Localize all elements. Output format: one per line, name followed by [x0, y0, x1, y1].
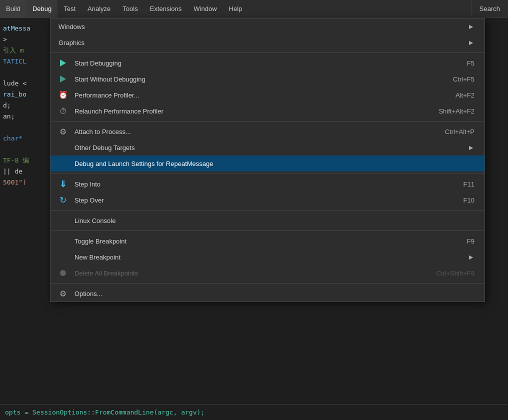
code-line-1: atMessa [3, 23, 47, 34]
menu-item-start-debugging[interactable]: Start Debugging F5 [50, 55, 484, 71]
menu-item-performance-profiler[interactable]: ⏰ Performance Profiler... Alt+F2 [50, 87, 484, 103]
code-line-7: rai_bo [3, 89, 47, 100]
code-line-10 [3, 122, 47, 133]
step-over-icon: ↻ [58, 194, 68, 206]
separator-1 [50, 52, 484, 53]
menu-tools[interactable]: Tools [116, 0, 144, 18]
menu-item-new-breakpoint[interactable]: New Breakpoint ► [50, 249, 484, 265]
play-outline-icon [58, 74, 68, 84]
arrow-icon-windows: ► [468, 22, 474, 30]
menu-build[interactable]: Build [0, 0, 26, 18]
profiler-icon: ⏰ [58, 90, 68, 100]
code-line-8: d; [3, 100, 47, 111]
gear-icon-options: ⚙ [58, 288, 68, 299]
code-line-2: > [3, 34, 47, 45]
debug-dropdown-menu: Windows ► Graphics ► Start Debugging F5 … [50, 18, 485, 302]
code-content-left: atMessa > 引入 m TATICL lude < rai_bo d; a… [0, 18, 50, 420]
menu-extensions[interactable]: Extensions [144, 0, 188, 18]
code-line-5 [3, 67, 47, 78]
menu-item-step-into[interactable]: ⇓ Step Into F11 [50, 176, 484, 192]
breakpoint-empty-icon [58, 268, 68, 278]
code-line-9: an; [3, 111, 47, 122]
code-line-3: 引入 m [3, 45, 47, 56]
arrow-icon-graphics: ► [468, 38, 474, 46]
code-line-15: 5001") [3, 177, 47, 188]
menu-test[interactable]: Test [58, 0, 82, 18]
menu-window[interactable]: Window [188, 0, 222, 18]
code-line-11: char* [3, 133, 47, 144]
menu-item-toggle-breakpoint[interactable]: Toggle Breakpoint F9 [50, 233, 484, 249]
bottom-status-bar: opts = SessionOptions::FromCommandLine(a… [0, 404, 508, 420]
menu-item-delete-all-breakpoints[interactable]: Delete All Breakpoints Ctrl+Shift+F9 [50, 265, 484, 281]
bottom-code-text: opts = SessionOptions::FromCommandLine(a… [5, 408, 204, 416]
arrow-icon-debug-targets: ► [468, 144, 474, 152]
separator-2 [50, 121, 484, 122]
code-line-14: || de [3, 166, 47, 177]
menu-item-other-debug-targets[interactable]: Other Debug Targets ► [50, 140, 484, 156]
menu-item-step-over[interactable]: ↻ Step Over F10 [50, 192, 484, 208]
code-line-13: TF-8 编 [3, 155, 47, 166]
code-line-6: lude < [3, 78, 47, 89]
menu-debug[interactable]: Debug [26, 0, 58, 18]
menu-item-windows[interactable]: Windows ► [50, 18, 484, 34]
menu-help[interactable]: Help [223, 0, 248, 18]
code-line-4: TATICL [3, 56, 47, 67]
search-button[interactable]: Search [471, 0, 508, 18]
menu-item-debug-launch-settings[interactable]: Debug and Launch Settings for RepeatMess… [50, 156, 484, 172]
menu-item-linux-console[interactable]: Linux Console [50, 212, 484, 228]
menu-item-options[interactable]: ⚙ Options... [50, 286, 484, 302]
relaunch-profiler-icon: ⏱ [58, 106, 68, 116]
menu-item-attach-process[interactable]: ⚙ Attach to Process... Ctrl+Alt+P [50, 124, 484, 140]
separator-5 [50, 230, 484, 231]
menubar: Build Debug Test Analyze Tools Extension… [0, 0, 508, 18]
arrow-icon-new-breakpoint: ► [468, 253, 474, 261]
separator-3 [50, 174, 484, 174]
menu-item-graphics[interactable]: Graphics ► [50, 34, 484, 50]
play-icon [58, 58, 68, 68]
menu-item-start-without-debugging[interactable]: Start Without Debugging Ctrl+F5 [50, 71, 484, 87]
step-into-icon: ⇓ [58, 178, 68, 190]
separator-4 [50, 210, 484, 210]
separator-6 [50, 283, 484, 284]
gear-icon-attach: ⚙ [58, 126, 68, 137]
menu-item-relaunch-profiler[interactable]: ⏱ Relaunch Performance Profiler Shift+Al… [50, 103, 484, 119]
menu-analyze[interactable]: Analyze [82, 0, 116, 18]
code-line-12 [3, 144, 47, 155]
